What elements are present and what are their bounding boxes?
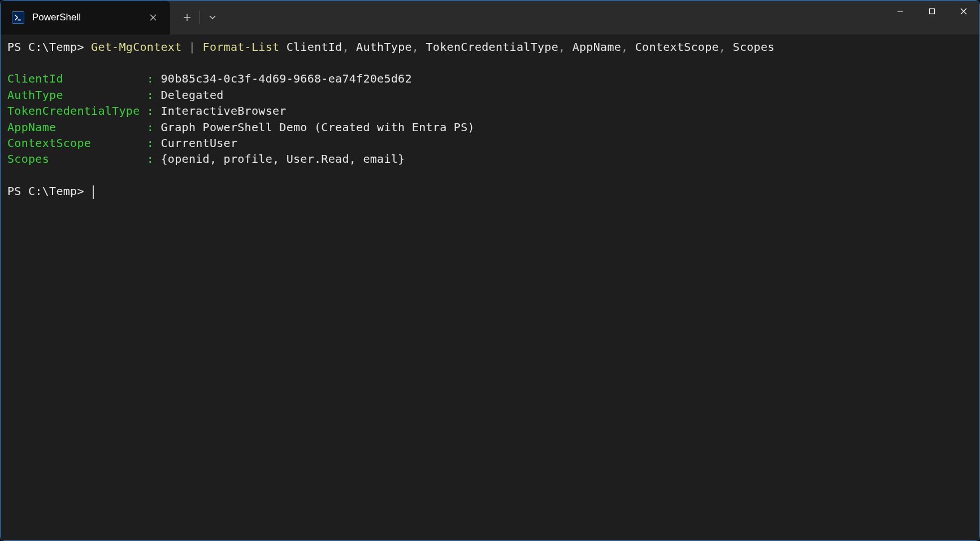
powershell-icon bbox=[12, 11, 24, 24]
new-tab-button[interactable] bbox=[177, 7, 197, 28]
output-row: ContextScope : CurrentUser bbox=[7, 135, 973, 151]
command-args-prefix bbox=[279, 40, 286, 54]
output-block: ClientId : 90b85c34-0c3f-4d69-9668-ea74f… bbox=[7, 71, 973, 167]
property-value: Graph PowerShell Demo (Created with Entr… bbox=[161, 120, 475, 134]
tab-powershell[interactable]: PowerShell bbox=[1, 1, 170, 34]
command-arg: Scopes bbox=[726, 40, 774, 54]
output-row: ClientId : 90b85c34-0c3f-4d69-9668-ea74f… bbox=[7, 71, 973, 86]
comma-separator: , bbox=[412, 40, 419, 54]
command-arg: AppName bbox=[565, 40, 621, 54]
command-arg: ClientId bbox=[287, 40, 342, 54]
command-arg: AuthType bbox=[349, 40, 412, 54]
terminal-window: PowerShell bbox=[0, 0, 980, 541]
property-name: Scopes : bbox=[7, 152, 161, 166]
output-row: Scopes : {openid, profile, User.Read, em… bbox=[7, 151, 973, 167]
svg-rect-0 bbox=[930, 9, 935, 14]
prompt-text: PS C:\Temp> bbox=[7, 40, 91, 54]
window-controls bbox=[884, 1, 979, 34]
property-name: ClientId : bbox=[7, 72, 161, 85]
command-name-2: Format-List bbox=[203, 40, 280, 54]
tab-actions bbox=[170, 1, 223, 34]
comma-separator: , bbox=[558, 40, 565, 54]
cursor bbox=[93, 185, 94, 199]
property-value: CurrentUser bbox=[161, 136, 238, 150]
output-row: AppName : Graph PowerShell Demo (Created… bbox=[7, 119, 973, 135]
output-row: AuthType : Delegated bbox=[7, 87, 973, 103]
prompt-line-2: PS C:\Temp> bbox=[7, 183, 973, 199]
minimize-button[interactable] bbox=[884, 1, 916, 22]
prompt-text-2: PS C:\Temp> bbox=[7, 184, 91, 198]
comma-separator: , bbox=[621, 40, 628, 54]
property-value: InteractiveBrowser bbox=[161, 104, 287, 118]
pipe-operator: | bbox=[182, 40, 203, 54]
output-row: TokenCredentialType : InteractiveBrowser bbox=[7, 103, 973, 119]
titlebar-left: PowerShell bbox=[1, 1, 223, 34]
comma-separator: , bbox=[342, 40, 349, 54]
tab-dropdown-button[interactable] bbox=[202, 7, 223, 28]
terminal-body[interactable]: PS C:\Temp> Get-MgContext | Format-List … bbox=[1, 34, 979, 540]
command-arg: ContextScope bbox=[628, 40, 718, 54]
command-arg: TokenCredentialType bbox=[419, 40, 558, 54]
property-value: {openid, profile, User.Read, email} bbox=[161, 152, 405, 166]
tab-title: PowerShell bbox=[32, 12, 138, 23]
command-line: PS C:\Temp> Get-MgContext | Format-List … bbox=[7, 39, 973, 55]
property-name: TokenCredentialType : bbox=[7, 104, 161, 118]
property-name: ContextScope : bbox=[7, 136, 161, 150]
comma-separator: , bbox=[719, 40, 726, 54]
tab-close-button[interactable] bbox=[146, 11, 160, 24]
property-name: AppName : bbox=[7, 120, 161, 134]
command-name-1: Get-MgContext bbox=[91, 40, 181, 54]
tab-divider bbox=[200, 11, 200, 24]
command-args: ClientId, AuthType, TokenCredentialType,… bbox=[287, 40, 775, 54]
property-name: AuthType : bbox=[7, 88, 161, 102]
property-value: Delegated bbox=[161, 88, 224, 102]
property-value: 90b85c34-0c3f-4d69-9668-ea74f20e5d62 bbox=[161, 72, 412, 85]
titlebar[interactable]: PowerShell bbox=[1, 1, 979, 34]
close-button[interactable] bbox=[948, 1, 979, 22]
maximize-button[interactable] bbox=[916, 1, 948, 22]
